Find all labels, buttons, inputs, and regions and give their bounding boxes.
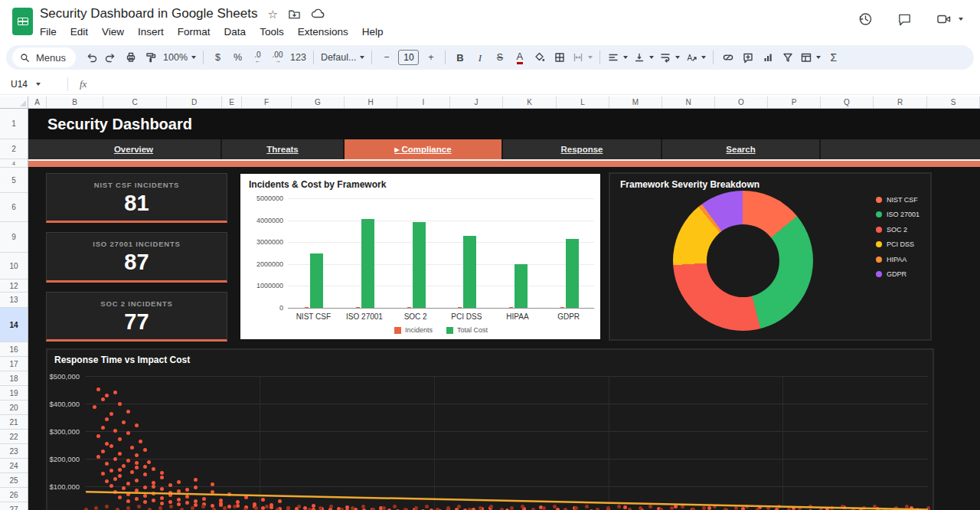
increase-decimal-button[interactable]: .00→ xyxy=(268,47,287,67)
bar-chart-panel[interactable]: Incidents & Cost by Framework 0100000020… xyxy=(239,172,602,341)
meet-button[interactable] xyxy=(936,11,963,28)
text-rotation-button[interactable]: A xyxy=(683,47,708,67)
increase-font-size-button[interactable]: + xyxy=(421,47,440,67)
comments-icon[interactable] xyxy=(897,11,913,28)
row-header-27[interactable]: 27 xyxy=(0,502,28,510)
tab-search[interactable]: Search xyxy=(662,139,821,159)
select-all-corner[interactable] xyxy=(0,96,28,109)
column-header-N[interactable]: N xyxy=(662,96,715,108)
row-header-23[interactable]: 23 xyxy=(0,444,28,459)
decrease-decimal-button[interactable]: .0← xyxy=(248,47,267,67)
format-currency-button[interactable]: $ xyxy=(208,47,227,67)
zoom-control[interactable]: 100% xyxy=(161,47,198,67)
strikethrough-button[interactable]: S xyxy=(490,47,509,67)
row-header-14[interactable]: 14 xyxy=(0,308,28,342)
table-views-button[interactable] xyxy=(798,47,823,67)
insert-comment-button[interactable] xyxy=(738,47,757,67)
paint-format-button[interactable] xyxy=(141,47,160,67)
menu-data[interactable]: Data xyxy=(217,24,253,40)
column-header-G[interactable]: G xyxy=(292,96,345,108)
column-header-E[interactable]: E xyxy=(222,96,242,108)
column-header-J[interactable]: J xyxy=(450,96,503,108)
horizontal-align-button[interactable] xyxy=(605,47,630,67)
tab-response[interactable]: Response xyxy=(503,139,662,159)
print-button[interactable] xyxy=(121,47,140,67)
row-header-18[interactable]: 18 xyxy=(0,371,28,386)
column-header-P[interactable]: P xyxy=(768,96,821,108)
bold-button[interactable]: B xyxy=(450,47,469,67)
filter-button[interactable] xyxy=(778,47,797,67)
column-header-S[interactable]: S xyxy=(927,96,980,108)
row-header-1[interactable]: 1 xyxy=(0,109,28,139)
undo-button[interactable] xyxy=(81,47,100,67)
formula-input[interactable] xyxy=(94,74,980,94)
format-percent-button[interactable]: % xyxy=(228,47,247,67)
bar-total-cost xyxy=(514,264,528,308)
row-header-19[interactable]: 19 xyxy=(0,386,28,400)
row-header-20[interactable]: 20 xyxy=(0,400,28,415)
menus-search-button[interactable]: Menus xyxy=(12,47,76,67)
row-header-2[interactable]: 2 xyxy=(0,139,28,159)
row-header-10[interactable]: 10 xyxy=(0,253,28,280)
fill-color-button[interactable] xyxy=(530,47,549,67)
scatter-chart-panel[interactable]: Response Time vs Impact Cost $100,000$20… xyxy=(46,348,934,510)
insert-chart-button[interactable] xyxy=(758,47,777,67)
row-header-5[interactable]: 5 xyxy=(0,168,28,193)
star-icon[interactable]: ☆ xyxy=(267,8,277,20)
font-family-select[interactable]: Defaul... xyxy=(318,47,368,67)
sheets-logo-icon[interactable] xyxy=(12,8,33,35)
column-header-H[interactable]: H xyxy=(345,96,397,108)
menu-help[interactable]: Help xyxy=(355,24,390,40)
tab-threats[interactable]: Threats xyxy=(222,139,345,159)
move-folder-icon[interactable] xyxy=(288,8,301,21)
functions-button[interactable]: Σ xyxy=(824,47,843,67)
menu-view[interactable]: View xyxy=(95,24,131,40)
column-header-F[interactable]: F xyxy=(242,96,292,108)
column-header-A[interactable]: A xyxy=(28,96,47,108)
row-header-22[interactable]: 22 xyxy=(0,430,28,444)
italic-button[interactable]: I xyxy=(470,47,489,67)
column-header-C[interactable]: C xyxy=(103,96,167,108)
menu-file[interactable]: File xyxy=(33,24,64,40)
menu-edit[interactable]: Edit xyxy=(64,24,95,40)
font-size-input[interactable]: 10 xyxy=(398,50,419,65)
borders-button[interactable] xyxy=(550,47,569,67)
row-header-25[interactable]: 25 xyxy=(0,473,28,488)
text-wrap-button[interactable] xyxy=(657,47,682,67)
row-header-9[interactable]: 9 xyxy=(0,222,28,253)
row-header-21[interactable]: 21 xyxy=(0,415,28,430)
column-header-L[interactable]: L xyxy=(557,96,609,108)
menu-extensions[interactable]: Extensions xyxy=(291,24,355,40)
version-history-icon[interactable] xyxy=(857,11,874,28)
number-format-button[interactable]: 123 xyxy=(288,47,309,67)
menu-insert[interactable]: Insert xyxy=(131,24,171,40)
row-header-16[interactable]: 16 xyxy=(0,342,28,357)
merge-cells-button[interactable] xyxy=(570,47,595,67)
column-header-I[interactable]: I xyxy=(397,96,450,108)
tab-compliance[interactable]: ▸ Compliance xyxy=(345,139,503,159)
menu-format[interactable]: Format xyxy=(171,24,217,40)
redo-button[interactable] xyxy=(101,47,120,67)
row-header-17[interactable]: 17 xyxy=(0,357,28,371)
row-header-26[interactable]: 26 xyxy=(0,488,28,502)
row-header-6[interactable]: 6 xyxy=(0,193,28,222)
row-header-12[interactable]: 12 xyxy=(0,280,28,293)
text-color-button[interactable]: A xyxy=(510,47,529,67)
column-header-R[interactable]: R xyxy=(874,96,927,108)
document-title[interactable]: Security Dashboard in Google Sheets xyxy=(40,6,257,21)
row-header-4[interactable]: 4 xyxy=(0,159,28,168)
row-header-24[interactable]: 24 xyxy=(0,459,28,473)
row-header-13[interactable]: 13 xyxy=(0,293,28,308)
name-box[interactable]: U14 xyxy=(0,79,67,90)
decrease-font-size-button[interactable]: − xyxy=(377,47,396,67)
donut-chart-panel[interactable]: Framework Severity Breakdown NIST CSFISO… xyxy=(609,172,932,341)
column-header-O[interactable]: O xyxy=(715,96,768,108)
column-header-D[interactable]: D xyxy=(167,96,222,108)
column-header-B[interactable]: B xyxy=(47,96,103,108)
vertical-align-button[interactable] xyxy=(631,47,656,67)
insert-link-button[interactable] xyxy=(718,47,737,67)
column-header-K[interactable]: K xyxy=(503,96,557,108)
column-header-M[interactable]: M xyxy=(609,96,662,108)
menu-tools[interactable]: Tools xyxy=(253,24,291,40)
column-header-Q[interactable]: Q xyxy=(821,96,874,108)
